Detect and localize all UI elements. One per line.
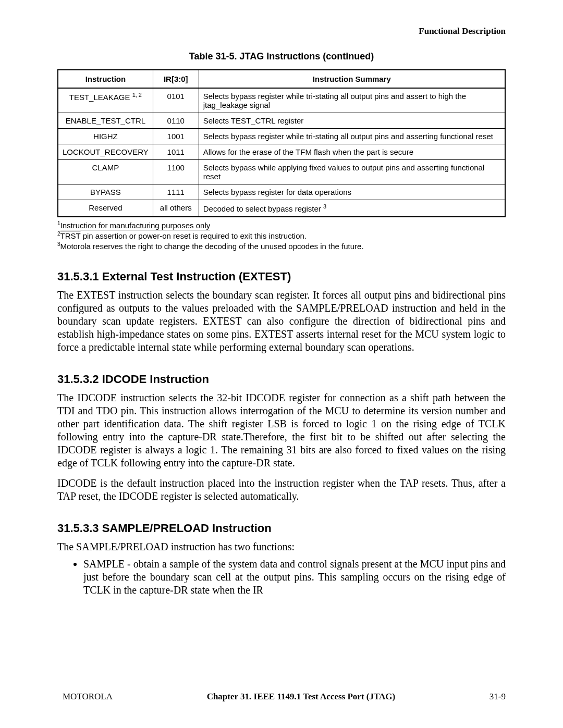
cell-summary: Selects bypass register while tri-statin… — [199, 88, 505, 113]
cell-ir: 1100 — [153, 160, 199, 184]
body-paragraph: IDCODE is the default instruction placed… — [57, 477, 506, 503]
page-footer: MOTOROLA Chapter 31. IEEE 1149.1 Test Ac… — [63, 692, 506, 702]
table-row: BYPASS 1111 Selects bypass register for … — [58, 184, 505, 200]
cell-instr: TEST_LEAKAGE — [69, 93, 130, 102]
footnote-3: Motorola reserves the right to change th… — [60, 242, 364, 251]
section-heading: 31.5.3.2 IDCODE Instruction — [57, 373, 506, 386]
cell-instr: Reserved — [58, 200, 153, 217]
table-header-row: Instruction IR[3:0] Instruction Summary — [58, 70, 505, 88]
footnote-1: Instruction for manufacturing purposes o… — [60, 221, 211, 230]
cell-instr: LOCKOUT_RECOVERY — [58, 144, 153, 160]
table-caption: Table 31-5. JTAG Instructions (continued… — [57, 51, 506, 62]
cell-summary: Decoded to select bypass register — [203, 204, 321, 213]
cell-instr: CLAMP — [58, 160, 153, 184]
col-instruction: Instruction — [58, 70, 153, 88]
table-row: LOCKOUT_RECOVERY 1011 Allows for the era… — [58, 144, 505, 160]
section-heading: 31.5.3.3 SAMPLE/PRELOAD Instruction — [57, 522, 506, 535]
cell-ir: 1001 — [153, 129, 199, 144]
section-heading: 31.5.3.1 External Test Instruction (EXTE… — [57, 270, 506, 283]
cell-instr: BYPASS — [58, 184, 153, 200]
cell-ir: 0101 — [153, 88, 199, 113]
cell-summary: Allows for the erase of the TFM flash wh… — [199, 144, 505, 160]
table-row: Reserved all others Decoded to select by… — [58, 200, 505, 217]
page: Functional Description Table 31-5. JTAG … — [0, 0, 563, 728]
body-paragraph: The EXTEST instruction selects the bound… — [57, 289, 506, 354]
cell-summary: Selects bypass register while tri-statin… — [199, 129, 505, 144]
body-paragraph: The IDCODE instruction selects the 32-bi… — [57, 391, 506, 470]
cell-instr-sup: 1, 2 — [132, 92, 142, 98]
table-row: ENABLE_TEST_CTRL 0110 Selects TEST_CTRL … — [58, 113, 505, 129]
cell-instr: HIGHZ — [58, 129, 153, 144]
cell-summary-sup: 3 — [323, 203, 326, 209]
col-ir: IR[3:0] — [153, 70, 199, 88]
cell-instr: ENABLE_TEST_CTRL — [58, 113, 153, 129]
footer-right: 31-9 — [489, 692, 506, 702]
footer-mid: Chapter 31. IEEE 1149.1 Test Access Port… — [113, 692, 489, 702]
col-summary: Instruction Summary — [199, 70, 505, 88]
bullet-list: SAMPLE - obtain a sample of the system d… — [83, 558, 506, 597]
cell-summary: Selects bypass while applying fixed valu… — [199, 160, 505, 184]
table-row: TEST_LEAKAGE 1, 2 0101 Selects bypass re… — [58, 88, 505, 113]
cell-ir: all others — [153, 200, 199, 217]
cell-summary: Selects bypass register for data operati… — [199, 184, 505, 200]
table-row: CLAMP 1100 Selects bypass while applying… — [58, 160, 505, 184]
cell-ir: 1011 — [153, 144, 199, 160]
cell-ir: 1111 — [153, 184, 199, 200]
cell-ir: 0110 — [153, 113, 199, 129]
footnote-2b: pin assertion or power-on reset is requi… — [80, 231, 307, 240]
footer-left: MOTOROLA — [63, 692, 113, 702]
running-head: Functional Description — [57, 26, 506, 36]
table-row: HIGHZ 1001 Selects bypass register while… — [58, 129, 505, 144]
footnotes: 1Instruction for manufacturing purposes … — [57, 220, 506, 251]
cell-summary: Selects TEST_CTRL register — [199, 113, 505, 129]
footnote-2a: TRST — [60, 231, 81, 240]
list-item: SAMPLE - obtain a sample of the system d… — [83, 558, 506, 597]
jtag-instructions-table: Instruction IR[3:0] Instruction Summary … — [57, 69, 506, 217]
body-paragraph: The SAMPLE/PRELOAD instruction has two f… — [57, 540, 506, 553]
